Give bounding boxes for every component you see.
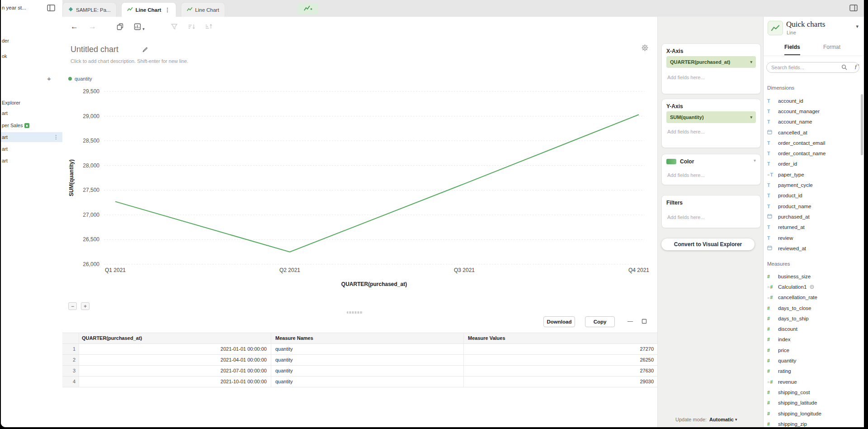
table-toolbar: Download Copy — <box>62 316 657 327</box>
sidebar-item[interactable]: ok <box>2 53 7 59</box>
field-item-reviewed_at[interactable]: reviewed_at <box>764 243 860 253</box>
tab-fields[interactable]: Fields <box>784 44 800 55</box>
field-item-business_size[interactable]: #business_size <box>764 271 860 281</box>
table-row[interactable]: 32021-07-01 00:00:00quantity27630 <box>62 366 657 377</box>
field-item-shipping_longitude[interactable]: #shipping_longitude <box>764 408 860 419</box>
column-header[interactable]: Measure Names <box>271 333 464 343</box>
sidebar-header-label: n year st... <box>2 5 26 10</box>
table-row[interactable]: 42021-10-01 00:00:00quantity29030 <box>62 377 657 387</box>
number-type-icon: # <box>767 326 770 332</box>
field-item-cancellation_rate[interactable]: =#cancellation_rate <box>764 292 860 303</box>
edit-title-pencil-icon[interactable] <box>142 47 148 54</box>
sidebar-item-selected[interactable]: art⋮ <box>1 132 62 142</box>
column-header[interactable]: Measure Values <box>464 333 657 343</box>
chart-style-icon[interactable]: ▾ <box>134 23 145 32</box>
sidebar-item[interactable]: Explorer <box>2 100 20 105</box>
field-item-product_name[interactable]: Tproduct_name <box>764 201 860 211</box>
legend-swatch <box>68 77 72 81</box>
back-button[interactable]: ← <box>71 22 78 31</box>
zoom-in-button[interactable]: + <box>81 302 90 310</box>
cell-measure-name: quantity <box>271 377 464 387</box>
field-item-revenue[interactable]: =#revenue <box>764 377 860 387</box>
sidebar-item[interactable]: der <box>2 38 9 43</box>
field-item-rating[interactable]: #rating <box>764 366 860 377</box>
sidebar-item[interactable]: art <box>2 158 8 163</box>
field-item-order_contact_email[interactable]: Torder_contact_email <box>764 138 860 148</box>
field-item-days_to_close[interactable]: #days_to_close <box>764 303 860 313</box>
field-item-discount[interactable]: #discount <box>764 324 860 334</box>
sidebar-toggle-icon[interactable] <box>47 5 55 13</box>
filters-dropzone[interactable]: Add fields here... <box>667 214 705 220</box>
chart-title[interactable]: Untitled chart <box>71 45 118 54</box>
calculation-info-icon[interactable] <box>810 285 814 289</box>
copy-button[interactable]: Copy <box>585 316 615 327</box>
field-item-price[interactable]: #price <box>764 345 860 355</box>
column-header[interactable]: QUARTER(purchased_at) <box>79 333 271 343</box>
field-item-days_to_ship[interactable]: #days_to_ship <box>764 313 860 324</box>
chevron-down-icon[interactable]: ▾ <box>856 24 859 29</box>
field-item-Calculation1[interactable]: =#Calculation1 <box>764 281 860 292</box>
sidebar-item[interactable]: art <box>2 146 8 152</box>
field-item-quantity[interactable]: #quantity <box>764 355 860 366</box>
y-axis-dropzone[interactable]: Add fields here... <box>667 129 705 134</box>
panel-resize-handle[interactable] <box>347 311 363 314</box>
y-axis-field-pill[interactable]: SUM(quantity) ▾ <box>666 111 756 123</box>
cell-quarter: 2021-10-01 00:00:00 <box>79 377 271 387</box>
chart-description-placeholder[interactable]: Click to add chart description. Shift-en… <box>71 58 188 64</box>
field-item-order_id[interactable]: Torder_id <box>764 159 860 169</box>
add-formula-icon[interactable]: ƒ+ <box>854 63 859 70</box>
tab-2-line-chart[interactable]: Line Chart <box>181 2 225 17</box>
field-item-shipping_zip[interactable]: #shipping_zip <box>764 419 860 427</box>
table-row[interactable]: 12021-01-01 00:00:00quantity27270 <box>62 344 657 355</box>
chart-legend[interactable]: quantity <box>68 76 92 81</box>
tab-format[interactable]: Format <box>823 44 840 54</box>
fields-scrollbar[interactable] <box>861 94 863 155</box>
field-item-order_contact_name[interactable]: Torder_contact_name <box>764 148 860 158</box>
field-item-review[interactable]: Treview <box>764 233 860 243</box>
field-item-cancelled_at[interactable]: cancelled_at <box>764 127 860 138</box>
tab-0-sample-pa-[interactable]: SAMPLE: Pa... <box>62 2 117 17</box>
field-item-account_id[interactable]: Taccount_id <box>764 95 860 106</box>
field-item-purchased_at[interactable]: purchased_at <box>764 211 860 222</box>
field-item-account_manager[interactable]: Taccount_manager <box>764 106 860 116</box>
minimize-table-icon[interactable]: — <box>627 318 633 324</box>
tab-1-line-chart[interactable]: Line Chart⋮ <box>121 2 176 17</box>
line-chart[interactable]: 26,00026,50027,00027,50028,00028,50029,0… <box>63 88 656 292</box>
number-type-icon: # <box>767 274 770 279</box>
table-row[interactable]: 22021-04-01 00:00:00quantity26250 <box>62 355 657 366</box>
convert-to-visual-explorer-button[interactable]: Convert to Visual Explorer <box>661 238 755 250</box>
field-item-account_name[interactable]: Taccount_name <box>764 117 860 127</box>
field-item-product_id[interactable]: Tproduct_id <box>764 191 860 201</box>
search-icon <box>841 64 847 72</box>
zoom-out-button[interactable]: − <box>68 302 77 310</box>
chart-settings-gear-icon[interactable] <box>641 44 649 53</box>
field-item-shipping_cost[interactable]: #shipping_cost <box>764 387 860 397</box>
duplicate-icon[interactable] <box>117 23 124 32</box>
text-type-icon: T <box>767 235 770 241</box>
color-label: Color <box>680 158 694 165</box>
field-item-paper_type[interactable]: =Tpaper_type <box>764 169 860 180</box>
download-button[interactable]: Download <box>543 316 575 327</box>
table-header-row: QUARTER(purchased_at)Measure NamesMeasur… <box>62 333 657 344</box>
update-mode-value[interactable]: Automatic <box>709 417 734 422</box>
x-axis-dropzone[interactable]: Add fields here... <box>667 75 705 80</box>
item-menu-icon[interactable]: ⋮ <box>53 134 59 140</box>
text-type-icon: T <box>767 98 770 104</box>
right-panel-toggle-icon[interactable] <box>849 5 858 13</box>
color-dropzone[interactable]: Add fields here... <box>667 172 705 178</box>
sidebar-item[interactable]: per Sales <box>2 123 29 128</box>
maximize-table-icon[interactable] <box>642 319 647 325</box>
field-item-index[interactable]: #index <box>764 334 860 345</box>
tab-menu-icon[interactable]: ⋮ <box>165 7 170 13</box>
x-axis-field-pill[interactable]: QUARTER(purchased_at) ▾ <box>666 56 756 68</box>
field-item-returned_at[interactable]: Treturned_at <box>764 222 860 233</box>
color-swatch[interactable] <box>666 159 676 164</box>
chevron-down-icon[interactable]: ▾ <box>754 158 756 163</box>
field-item-payment_cycle[interactable]: Tpayment_cycle <box>764 180 860 190</box>
svg-text:27,500: 27,500 <box>83 187 99 193</box>
x-axis-label: X-Axis <box>666 48 683 54</box>
field-item-shipping_latitude[interactable]: #shipping_latitude <box>764 398 860 408</box>
sidebar-item[interactable]: art <box>2 110 8 116</box>
new-chart-tab-button[interactable] <box>297 3 318 14</box>
sidebar-add-button[interactable]: + <box>47 75 51 82</box>
